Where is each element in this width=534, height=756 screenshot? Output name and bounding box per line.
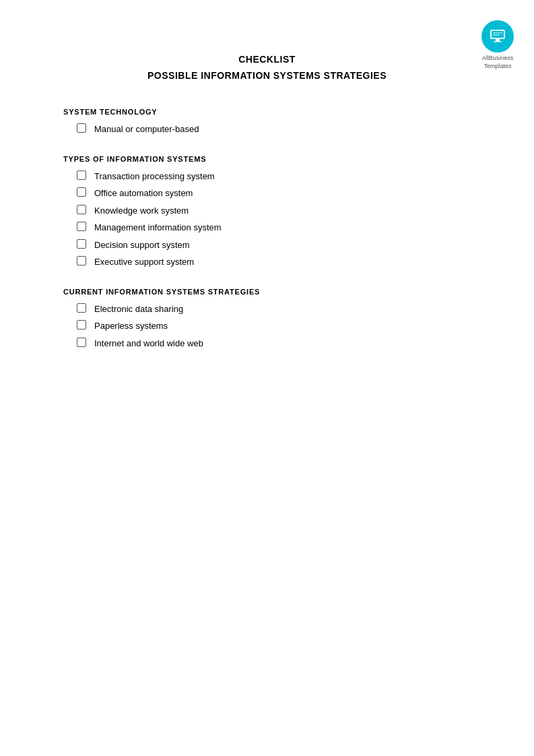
checkbox-icon[interactable]	[77, 303, 86, 313]
section-heading-0: SYSTEM TECHNOLOGY	[63, 108, 471, 116]
sections-container: SYSTEM TECHNOLOGYManual or computer-base…	[63, 108, 471, 350]
svg-rect-2	[496, 39, 500, 41]
list-item: Decision support system	[63, 239, 471, 252]
logo-text: AllBusiness Templates	[482, 55, 514, 70]
list-item: Paperless systems	[63, 319, 471, 333]
section-current-information-systems-strategies: CURRENT INFORMATION SYSTEMS STRATEGIESEl…	[63, 288, 471, 350]
item-label: Internet and world wide web	[94, 337, 203, 350]
logo-area: AllBusiness Templates	[481, 20, 514, 70]
item-label: Manual or computer-based	[94, 123, 199, 136]
list-item: Office automation system	[63, 187, 471, 200]
list-item: Electronic data sharing	[63, 303, 471, 316]
svg-rect-4	[493, 32, 502, 34]
list-item: Knowledge work system	[63, 204, 471, 218]
item-label: Paperless systems	[94, 319, 168, 333]
list-item: Executive support system	[63, 255, 471, 269]
item-label: Decision support system	[94, 239, 190, 252]
svg-rect-3	[494, 41, 502, 42]
checkbox-icon[interactable]	[77, 239, 86, 249]
checkbox-icon[interactable]	[77, 187, 86, 197]
document-title: CHECKLIST	[63, 54, 471, 65]
checkbox-icon[interactable]	[77, 123, 86, 133]
checkbox-icon[interactable]	[77, 338, 86, 347]
checkbox-icon[interactable]	[77, 320, 86, 329]
document-subtitle: POSSIBLE INFORMATION SYSTEMS STRATEGIES	[63, 70, 471, 81]
item-label: Transaction processing system	[94, 170, 215, 183]
svg-rect-5	[493, 34, 500, 36]
section-heading-1: TYPES OF INFORMATION SYSTEMS	[63, 155, 471, 163]
checkbox-icon[interactable]	[77, 222, 86, 231]
list-item: Manual or computer-based	[63, 123, 471, 136]
document-body: CHECKLIST POSSIBLE INFORMATION SYSTEMS S…	[0, 0, 534, 409]
item-label: Office automation system	[94, 187, 193, 200]
item-label: Executive support system	[94, 255, 194, 269]
section-types-of-information-systems: TYPES OF INFORMATION SYSTEMSTransaction …	[63, 155, 471, 269]
item-label: Electronic data sharing	[94, 303, 183, 316]
checkbox-icon[interactable]	[77, 256, 86, 265]
checkbox-icon[interactable]	[77, 205, 86, 214]
section-system-technology: SYSTEM TECHNOLOGYManual or computer-base…	[63, 108, 471, 136]
list-item: Internet and world wide web	[63, 337, 471, 350]
item-label: Knowledge work system	[94, 204, 189, 218]
section-heading-2: CURRENT INFORMATION SYSTEMS STRATEGIES	[63, 288, 471, 296]
list-item: Transaction processing system	[63, 170, 471, 183]
list-item: Management information system	[63, 221, 471, 234]
checkbox-icon[interactable]	[77, 170, 86, 180]
logo-icon	[481, 20, 514, 53]
item-label: Management information system	[94, 221, 222, 234]
